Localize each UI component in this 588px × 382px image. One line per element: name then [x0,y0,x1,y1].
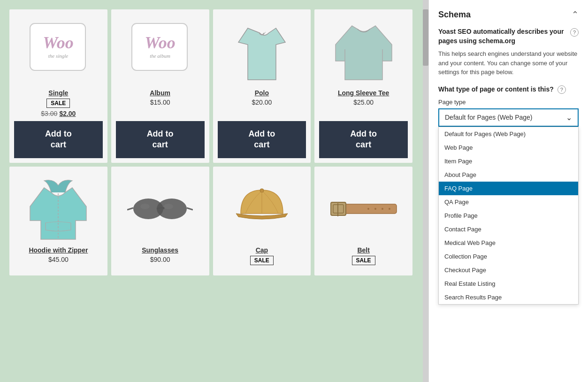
svg-line-10 [187,208,193,210]
schema-section-header: Schema ⌃ [438,9,579,20]
svg-point-21 [389,208,390,210]
product-card-polo: Polo$20.00Add to cart [213,9,311,163]
sale-price: $2.00 [59,110,76,117]
page-type-dropdown: Default for Pages (Web Page)Web PageItem… [438,127,579,305]
sale-badge-single: SALE [46,99,70,108]
sale-badge-belt: SALE [352,256,375,265]
product-image-hoodie-with-zipper [14,171,103,246]
dropdown-item[interactable]: Default for Pages (Web Page) [439,127,578,141]
svg-text:the single: the single [48,53,69,59]
svg-point-11 [140,204,150,209]
dropdown-item[interactable]: Checkout Page [439,263,578,277]
product-card-single: Woo the single SingleSALE$3.00$2.00Add t… [9,9,107,163]
product-card-sunglasses: Sunglasses$90.00 [111,167,209,275]
original-price: $3.00 [41,110,57,117]
svg-point-20 [382,208,383,210]
dropdown-item[interactable]: Contact Page [439,222,578,236]
svg-point-8 [157,199,187,219]
schema-title: Schema [438,10,471,20]
svg-point-19 [374,208,376,210]
dropdown-item[interactable]: Medical Web Page [439,236,578,250]
svg-text:Woo: Woo [43,33,74,52]
product-name-hoodie-with-zipper[interactable]: Hoodie with Zipper [29,246,88,254]
product-card-cap: CapSALE [213,167,311,275]
page-type-question: What type of page or content is this? [438,85,554,93]
dropdown-item[interactable]: Real Estate Listing [439,277,578,290]
svg-point-18 [367,208,369,210]
product-image-long-sleeve-tee [319,14,408,89]
product-price-single: $3.00$2.00 [41,110,76,117]
page-type-select[interactable]: Default for Pages (Web Page) ⌄ [438,108,579,127]
page-type-section: What type of page or content is this? ? … [438,84,579,127]
page-type-label: Page type [438,99,579,106]
product-card-album: Woo the album Album$15.00Add to cart [111,9,209,163]
product-name-cap[interactable]: Cap [256,246,268,254]
schema-collapse-icon[interactable]: ⌃ [572,9,579,20]
add-to-cart-button-album[interactable]: Add to cart [116,121,205,158]
product-price-album: $15.00 [150,99,170,106]
product-image-single: Woo the single [14,14,103,89]
product-name-long-sleeve-tee[interactable]: Long Sleeve Tee [338,89,389,97]
product-image-belt [319,171,408,246]
add-to-cart-button-polo[interactable]: Add to cart [218,121,306,158]
svg-text:Woo: Woo [145,33,175,52]
product-card-hoodie-with-zipper: Hoodie with Zipper$45.00 [9,167,107,275]
add-to-cart-button-single[interactable]: Add to cart [14,121,103,158]
yoast-description: Yoast SEO automatically describes your p… [438,27,579,77]
product-image-album: Woo the album [116,14,205,89]
product-price-long-sleeve-tee: $25.00 [353,99,374,106]
svg-line-9 [127,208,133,210]
product-name-album[interactable]: Album [150,89,170,97]
page-type-help-icon[interactable]: ? [557,85,566,94]
product-price-hoodie-with-zipper: $45.00 [48,256,69,263]
dropdown-item[interactable]: FAQ Page [439,182,578,195]
product-card-long-sleeve-tee: Long Sleeve Tee$25.00Add to cart [314,9,412,163]
dropdown-item[interactable]: Collection Page [439,250,578,263]
product-name-polo[interactable]: Polo [255,89,269,97]
select-chevron-icon: ⌄ [566,113,572,122]
select-current-value: Default for Pages (Web Page) [445,114,533,121]
dropdown-item[interactable]: Search Results Page [439,290,578,304]
product-name-sunglasses[interactable]: Sunglasses [142,246,178,254]
svg-text:the album: the album [150,53,170,59]
sale-badge-cap: SALE [250,256,274,265]
product-image-sunglasses [116,171,205,246]
yoast-title: Yoast SEO automatically describes your p… [438,27,566,46]
dropdown-item[interactable]: Web Page [439,141,578,154]
product-name-belt[interactable]: Belt [357,246,369,254]
svg-point-12 [164,204,173,209]
dropdown-item[interactable]: Profile Page [439,209,578,222]
dropdown-item[interactable]: QA Page [439,195,578,209]
product-image-cap [218,171,306,246]
product-price-sunglasses: $90.00 [150,256,170,263]
yoast-help-icon[interactable]: ? [570,28,579,37]
dropdown-item[interactable]: About Page [439,168,578,182]
page-type-select-wrapper: Default for Pages (Web Page) ⌄ Default f… [438,108,579,127]
product-image-polo [218,14,306,89]
product-name-single[interactable]: Single [48,89,68,97]
add-to-cart-button-long-sleeve-tee[interactable]: Add to cart [319,121,408,158]
dropdown-item[interactable]: Item Page [439,154,578,168]
product-card-belt: BeltSALE [314,167,412,275]
right-panel: Schema ⌃ Yoast SEO automatically describ… [428,0,588,382]
yoast-body-text: This helps search engines understand you… [438,49,579,77]
product-price-polo: $20.00 [252,99,272,106]
